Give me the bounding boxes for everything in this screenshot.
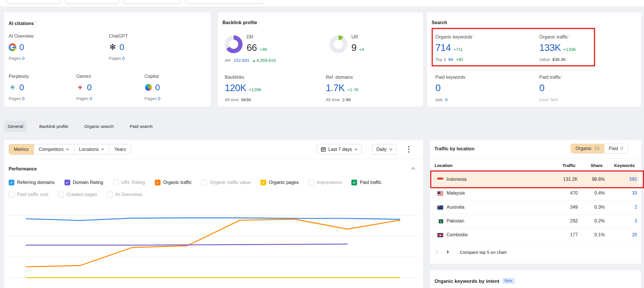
- location-row-indonesia[interactable]: Indonesia 131.2K 98.8% 591: [432, 173, 639, 187]
- metric-toggle-paid-traffic[interactable]: ✓Paid traffic: [351, 180, 381, 185]
- organic-traffic-value-link[interactable]: 133K: [539, 42, 561, 53]
- chatgpt-pages-link[interactable]: 0: [122, 56, 125, 61]
- metrics-segment[interactable]: Metrics: [9, 144, 34, 154]
- keywords-link[interactable]: 591: [611, 177, 637, 182]
- keywords-link[interactable]: 20: [611, 232, 637, 237]
- pagination-prev-button[interactable]: ‹: [436, 248, 438, 255]
- metric-toggle-organic-traffic[interactable]: ✓Organic traffic: [155, 180, 192, 185]
- info-icon: i: [245, 74, 246, 77]
- backlinks-value-link[interactable]: 120K: [225, 82, 246, 93]
- organic-toggle-segment[interactable]: Organic 53: [571, 144, 604, 153]
- domain-input-box-1[interactable]: [6, 0, 61, 4]
- domain-input-box-3[interactable]: [123, 0, 181, 4]
- checked-checkbox-icon[interactable]: ✓: [64, 180, 70, 185]
- ai-overview-value[interactable]: 0: [19, 42, 24, 52]
- competitors-segment[interactable]: Competitors: [34, 144, 74, 154]
- metric-toggle-url-rating[interactable]: URL Rating: [113, 180, 145, 185]
- collapse-chevron-up-icon[interactable]: [411, 167, 416, 170]
- metric-toggle-organic-traffic-value[interactable]: Organic traffic value: [201, 180, 251, 185]
- paid-keywords-value-link[interactable]: 0: [435, 82, 441, 93]
- metric-toggle-organic-pages[interactable]: ✓Organic pages: [260, 180, 299, 185]
- metric-toggle-crawled-pages[interactable]: Crawled pages: [58, 192, 97, 197]
- pagination-next-button[interactable]: ›: [447, 248, 449, 255]
- years-segment[interactable]: Years: [109, 144, 131, 154]
- ar-line: AR 152,931 ▲4,359,610: [225, 58, 276, 63]
- domain-input-box-2[interactable]: [65, 0, 119, 4]
- ar-value-link[interactable]: 152,931: [234, 58, 249, 63]
- metric-label: Paid traffic cost: [17, 192, 48, 197]
- location-row-pakistan[interactable]: Pakistan 292 0.2% 3: [432, 214, 639, 228]
- paid-toggle-segment[interactable]: Paid 0: [604, 144, 628, 153]
- info-icon: i: [562, 74, 562, 77]
- keywords-link[interactable]: 2: [611, 205, 637, 210]
- granularity-button[interactable]: Daily: [372, 144, 397, 155]
- info-icon: i: [254, 34, 255, 37]
- metric-toggle-impressions[interactable]: Impressions: [308, 180, 342, 185]
- organic-keywords-value-link[interactable]: 714: [435, 42, 451, 53]
- location-row-cambodia[interactable]: Cambodia 177 0.1% 20: [432, 228, 639, 242]
- tab-backlink-profile[interactable]: Backlink profile: [35, 121, 72, 132]
- paid-traffic-metric: Paid traffici 0 Cost N/A: [539, 74, 563, 102]
- unchecked-checkbox-icon[interactable]: [107, 192, 113, 197]
- checked-checkbox-icon[interactable]: ✓: [260, 180, 266, 185]
- keywords-link[interactable]: 33: [611, 191, 637, 196]
- ur-metric: URi 9 +4: [351, 34, 364, 53]
- more-options-kebab-menu[interactable]: [407, 145, 411, 154]
- metric-toggle-domain-rating[interactable]: ✓Domain Rating: [64, 180, 103, 185]
- checked-checkbox-icon[interactable]: ✓: [9, 180, 14, 185]
- backlink-profile-card: Backlink profile DRi 66 +38 AR 152,931 ▲…: [218, 12, 423, 107]
- perplexity-value[interactable]: 0: [19, 82, 24, 92]
- ur-donut-chart: [329, 35, 347, 53]
- location-row-australia[interactable]: Australia 349 0.3% 2: [432, 201, 639, 214]
- unchecked-checkbox-icon[interactable]: [113, 180, 119, 185]
- tab-paid-search[interactable]: Paid search: [126, 121, 156, 132]
- performance-title: Performance: [9, 166, 37, 172]
- metric-toggles-row-2: Paid traffic costCrawled pagesAI Overvie…: [9, 191, 142, 198]
- checked-checkbox-icon[interactable]: ✓: [351, 180, 357, 185]
- unchecked-checkbox-icon[interactable]: [9, 192, 14, 197]
- metric-label: Domain Rating: [73, 180, 103, 185]
- info-icon: i: [35, 20, 35, 24]
- unchecked-checkbox-icon[interactable]: [308, 180, 314, 185]
- tab-organic-search[interactable]: Organic search: [81, 121, 117, 132]
- column-header-keywords: Keywords: [608, 163, 635, 168]
- copilot-pages-link[interactable]: 0: [158, 96, 160, 101]
- perplexity-metric: Perplexity 0 Pages 0: [9, 74, 29, 101]
- info-icon: i: [354, 74, 354, 77]
- domain-overview-page: AI citationsi AI Overview 0 Pages 0 Chat…: [0, 0, 644, 288]
- metric-toggle-referring-domains[interactable]: ✓Referring domains: [9, 180, 55, 185]
- gemini-pages-link[interactable]: 0: [90, 96, 92, 101]
- info-icon: i: [569, 34, 569, 37]
- date-range-button[interactable]: Last 7 days: [317, 144, 362, 155]
- metric-toggle-ai-overviews[interactable]: AI Overviews: [107, 192, 142, 197]
- gemini-value[interactable]: 0: [87, 82, 92, 92]
- chevron-down-icon: [66, 148, 69, 150]
- copilot-value[interactable]: 0: [155, 82, 160, 92]
- unchecked-checkbox-icon[interactable]: [201, 180, 207, 185]
- chatgpt-value[interactable]: 0: [119, 42, 124, 52]
- metric-label: Referring domains: [17, 180, 55, 185]
- checked-checkbox-icon[interactable]: ✓: [155, 180, 161, 185]
- keywords-link[interactable]: 3: [611, 218, 637, 224]
- locations-segment[interactable]: Locations: [74, 144, 109, 154]
- ads-link[interactable]: 0: [445, 97, 447, 102]
- paid-traffic-value-link[interactable]: 0: [539, 82, 544, 93]
- chart-line-domain-rating: [26, 244, 347, 245]
- ai-citations-card: AI citationsi AI Overview 0 Pages 0 Chat…: [4, 12, 211, 107]
- ref-domains-value-link[interactable]: 1.7K: [326, 82, 345, 93]
- ai-overview-pages-link[interactable]: 0: [22, 56, 24, 61]
- compare-top5-button[interactable]: Compare top 5 on chart: [460, 250, 507, 255]
- search-card: Search Organic keywordsi 714 +711 Top 3 …: [427, 12, 641, 107]
- domain-input-box-4[interactable]: [186, 0, 264, 4]
- location-row-malaysia[interactable]: Malaysia 470 0.4% 33: [432, 187, 639, 200]
- metric-label: Impressions: [317, 180, 342, 185]
- tab-general[interactable]: General: [4, 121, 27, 132]
- top3-link[interactable]: 84: [448, 57, 453, 62]
- perplexity-pages-link[interactable]: 0: [22, 96, 24, 101]
- metric-label: Organic pages: [269, 180, 299, 185]
- metric-label: Paid traffic: [360, 180, 381, 185]
- metric-toggle-paid-traffic-cost[interactable]: Paid traffic cost: [9, 192, 48, 197]
- beta-badge: Beta: [502, 278, 515, 284]
- unchecked-checkbox-icon[interactable]: [58, 192, 64, 197]
- australia-flag-icon: [437, 206, 443, 210]
